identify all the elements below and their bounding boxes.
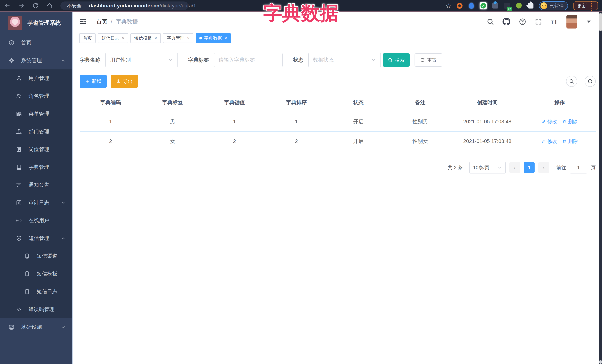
pagination-total: 共 2 条 xyxy=(448,164,463,171)
page-scrollbar[interactable] xyxy=(599,12,602,364)
extension-drop-icon[interactable] xyxy=(468,2,475,9)
sidebar-item-system[interactable]: 系统管理 xyxy=(0,52,73,69)
github-icon[interactable] xyxy=(503,18,510,26)
online-signal-icon xyxy=(16,218,22,223)
reset-button[interactable]: 重置 xyxy=(415,53,442,67)
page-size-select[interactable]: 10条/页 xyxy=(469,162,506,174)
sidebar-item-sms-template[interactable]: 短信模板 xyxy=(0,265,73,283)
back-icon[interactable] xyxy=(4,2,11,9)
close-icon[interactable]: × xyxy=(225,36,227,41)
extension-check-icon[interactable]: ✓ xyxy=(480,2,487,9)
users-icon xyxy=(16,93,22,99)
audit-log-icon xyxy=(16,200,22,206)
menu-grid-icon xyxy=(16,111,22,117)
org-tree-icon xyxy=(16,129,22,135)
sidebar-item-audit-log[interactable]: 审计日志 xyxy=(0,194,73,212)
tab-dict-manage[interactable]: 字典管理× xyxy=(163,33,194,43)
sidebar-logo-row[interactable]: 芋道管理系统 xyxy=(0,12,73,34)
id-badge-icon xyxy=(16,146,22,152)
pagination: 共 2 条 10条/页 ‹ 1 › 前往 页 xyxy=(80,162,596,174)
sidebar-item-online-users[interactable]: 在线用户 xyxy=(0,212,73,229)
dict-name-select[interactable]: 用户性别 xyxy=(105,53,178,67)
extension-stats-icon[interactable] xyxy=(492,2,499,9)
announcement-icon xyxy=(16,182,22,188)
search-icon xyxy=(569,79,574,84)
sidebar-item-menus[interactable]: 菜单管理 xyxy=(0,105,73,123)
edit-link[interactable]: 修改 xyxy=(541,118,557,125)
app-title: 芋道管理系统 xyxy=(27,19,61,27)
phone-icon xyxy=(24,253,30,259)
security-label[interactable]: 不安全 xyxy=(67,3,82,9)
sidebar-item-sms-log[interactable]: 短信日志 xyxy=(0,283,73,301)
sidebar-item-dict[interactable]: 字典管理 xyxy=(0,158,73,176)
breadcrumb-home[interactable]: 首页 xyxy=(96,18,108,26)
chevron-down-icon xyxy=(168,58,173,62)
code-icon xyxy=(16,306,22,312)
col-actions: 操作 xyxy=(524,94,596,112)
browser-menu-icon[interactable]: ⋮⋮⋮ xyxy=(589,2,594,10)
sidebar-item-roles[interactable]: 角色管理 xyxy=(0,87,73,105)
user-avatar[interactable] xyxy=(566,15,577,29)
home-icon[interactable] xyxy=(46,2,53,9)
browser-profile-pill[interactable]: 已暂停 xyxy=(539,1,568,10)
edit-link[interactable]: 修改 xyxy=(541,138,557,145)
gear-icon xyxy=(9,58,14,63)
delete-link[interactable]: 删除 xyxy=(562,138,578,145)
reload-icon[interactable] xyxy=(32,2,39,9)
dashboard-icon xyxy=(9,40,14,46)
tab-dict-data[interactable]: 字典数据× xyxy=(196,33,231,43)
prev-page-button[interactable]: ‹ xyxy=(509,162,520,173)
sidebar-item-departments[interactable]: 部门管理 xyxy=(0,123,73,141)
collapse-sidebar-icon[interactable] xyxy=(79,18,87,25)
browser-update-button[interactable]: 更新 ⋮⋮⋮ xyxy=(573,1,598,10)
scrollbar-thumb[interactable] xyxy=(599,13,602,31)
dict-tag-input[interactable] xyxy=(219,53,278,67)
sidebar-item-users[interactable]: 用户管理 xyxy=(0,69,73,87)
close-icon[interactable]: × xyxy=(154,36,157,41)
sidebar-item-error-code[interactable]: 错误码管理 xyxy=(0,301,73,318)
export-button[interactable]: 导出 xyxy=(111,75,138,88)
tabs-bar: 首页 短信日志× 短信模板× 字典管理× 字典数据× xyxy=(73,31,602,45)
refresh-table-button[interactable] xyxy=(585,76,596,87)
sidebar-item-sms-channel[interactable]: 短信渠道 xyxy=(0,247,73,265)
extension-sprout-icon[interactable] xyxy=(515,2,522,9)
sidebar-item-home[interactable]: 首页 xyxy=(0,34,73,52)
extension-on-badge-icon[interactable]: on xyxy=(504,2,510,9)
bookmark-star-icon[interactable]: ☆ xyxy=(446,2,451,10)
edit-pencil-icon xyxy=(541,139,546,144)
table-header-row: 字典编码 字典标签 字典键值 字典排序 状态 备注 创建时间 操作 xyxy=(80,94,596,112)
search-icon[interactable] xyxy=(487,18,494,25)
address-bar[interactable]: 不安全 dashboard.yudao.iocoder.cn /dict/typ… xyxy=(60,1,188,10)
close-icon[interactable]: × xyxy=(122,36,124,41)
extension-adblock-icon[interactable] xyxy=(456,2,463,9)
col-status: 状态 xyxy=(327,94,389,112)
close-icon[interactable]: × xyxy=(187,36,190,41)
sidebar-item-positions[interactable]: 岗位管理 xyxy=(0,141,73,158)
status-select[interactable]: 数据状态 xyxy=(308,53,381,67)
goto-page-input[interactable] xyxy=(570,162,587,174)
tab-sms-log[interactable]: 短信日志× xyxy=(98,33,128,43)
toggle-search-button[interactable] xyxy=(566,76,577,87)
avatar-dropdown-caret-icon[interactable] xyxy=(587,21,591,23)
extensions-puzzle-icon[interactable] xyxy=(527,2,534,9)
next-page-button[interactable]: › xyxy=(538,162,549,173)
fullscreen-icon[interactable] xyxy=(535,18,542,25)
chevron-up-icon xyxy=(61,236,65,241)
help-icon[interactable] xyxy=(519,18,526,25)
plus-icon xyxy=(85,79,90,84)
phone-icon xyxy=(24,289,30,295)
font-size-icon[interactable]: тT xyxy=(551,18,558,25)
sidebar-item-sms[interactable]: 短信管理 xyxy=(0,229,73,247)
sidebar-item-notice[interactable]: 通知公告 xyxy=(0,176,73,194)
delete-link[interactable]: 删除 xyxy=(562,118,578,125)
chevron-down-icon xyxy=(61,200,65,205)
current-page[interactable]: 1 xyxy=(524,162,535,173)
tab-sms-template[interactable]: 短信模板× xyxy=(130,33,161,43)
add-button[interactable]: 新增 xyxy=(80,75,107,88)
search-button[interactable]: 搜索 xyxy=(383,53,410,67)
sidebar-scrollbar[interactable] xyxy=(72,12,73,364)
tab-home[interactable]: 首页 xyxy=(79,33,96,43)
sidebar-item-infrastructure[interactable]: 基础设施 xyxy=(0,318,73,336)
profile-status-label: 已暂停 xyxy=(549,3,564,9)
forward-icon[interactable] xyxy=(18,2,25,9)
